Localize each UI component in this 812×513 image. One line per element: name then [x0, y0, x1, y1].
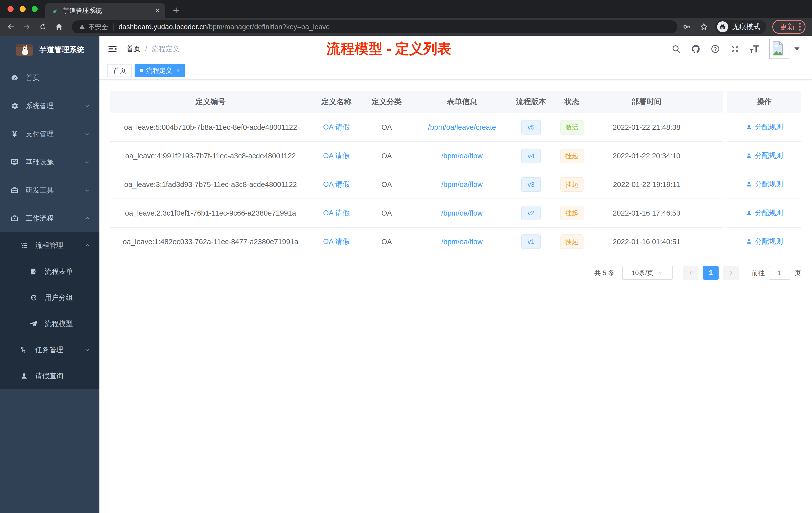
- col-definition-name: 定义名称: [311, 91, 361, 113]
- table-header-row: 定义编号 定义名称 定义分类 表单信息 流程版本 状态 部署时间 操作: [110, 91, 801, 113]
- definition-name-link[interactable]: OA 请假: [323, 237, 350, 245]
- hamburger-icon[interactable]: [108, 44, 117, 54]
- breadcrumb-home[interactable]: 首页: [126, 44, 141, 54]
- user-icon: [746, 152, 753, 159]
- sidebar-item-infra[interactable]: 基础设施: [0, 148, 99, 176]
- password-key-icon[interactable]: [683, 23, 691, 31]
- tag-close-icon[interactable]: ×: [176, 67, 180, 74]
- forward-icon[interactable]: [23, 23, 31, 31]
- sidebar-item-label: 用户分组: [45, 293, 73, 302]
- fixed-column-gap: [723, 170, 727, 199]
- table-row: oa_leave:5:004b710b-7b8a-11ec-8ef0-acde4…: [110, 113, 801, 142]
- sidebar-item-user-group[interactable]: 用户分组: [0, 284, 99, 311]
- select-caret-down-icon: [658, 270, 664, 276]
- avatar[interactable]: [769, 39, 789, 59]
- assign-rule-button[interactable]: 分配规则: [746, 179, 783, 189]
- tab-close-icon[interactable]: ×: [155, 7, 160, 14]
- sidebar-item-label: 工作流程: [26, 214, 54, 223]
- definition-name-link[interactable]: OA 请假: [323, 209, 350, 217]
- sidebar-item-dev[interactable]: 研发工具: [0, 176, 99, 204]
- definition-name-link[interactable]: OA 请假: [323, 123, 350, 131]
- assign-rule-button[interactable]: 分配规则: [746, 237, 783, 246]
- definition-id: oa_leave:4:991f2193-7b7f-11ec-a3c8-acde4…: [110, 142, 311, 170]
- table-row: oa_leave:1:482ec033-762a-11ec-8477-a2380…: [110, 228, 801, 256]
- zoom-window-button[interactable]: [32, 6, 38, 12]
- sidebar-item-process-mgmt[interactable]: 流程管理: [0, 233, 99, 259]
- assign-rule-button[interactable]: 分配规则: [746, 151, 783, 160]
- form-link[interactable]: /bpm/oa/flow: [441, 152, 483, 160]
- chevron-down-icon: [84, 102, 91, 110]
- close-window-button[interactable]: [7, 6, 13, 12]
- tree-table-icon: [20, 241, 29, 250]
- col-process-version: 流程版本: [512, 91, 550, 113]
- gear-icon: [10, 101, 19, 111]
- page-size-select[interactable]: 10条/页: [622, 266, 673, 280]
- sidebar-menu: 首页 系统管理 ¥ 支付管理: [0, 64, 99, 389]
- sidebar-item-pay[interactable]: ¥ 支付管理: [0, 120, 99, 148]
- form-link[interactable]: /bpm/oa/leave/create: [428, 123, 496, 131]
- sidebar-item-home[interactable]: 首页: [0, 64, 99, 92]
- deploy-time: 2022-01-22 19:19:11: [594, 170, 699, 199]
- col-definition-category: 定义分类: [361, 91, 412, 113]
- definition-name-link[interactable]: OA 请假: [323, 180, 350, 188]
- app-shell: 芋道管理系统 首页: [0, 36, 812, 513]
- fullscreen-icon[interactable]: [730, 44, 740, 54]
- definition-category: OA: [361, 142, 412, 170]
- prev-page-button[interactable]: [683, 266, 698, 280]
- goto-page-input[interactable]: 1: [769, 266, 790, 280]
- briefcase-icon: [10, 214, 19, 223]
- help-icon[interactable]: ?: [710, 44, 720, 54]
- github-icon[interactable]: [691, 44, 700, 54]
- back-icon[interactable]: [6, 23, 15, 31]
- avatar-caret-down-icon[interactable]: [794, 48, 800, 51]
- definition-name-link[interactable]: OA 请假: [323, 152, 350, 160]
- browser-toolbar: 不安全 dashboard.yudao.iocoder.cn /bpm/mana…: [0, 18, 812, 36]
- search-icon[interactable]: [671, 44, 681, 54]
- user-icon: [746, 123, 753, 130]
- next-page-button[interactable]: [723, 266, 739, 280]
- definition-id: oa_leave:2:3c1f0ef1-76b1-11ec-9c66-a2380…: [110, 199, 311, 228]
- tag-process-definition[interactable]: 流程定义 ×: [135, 64, 185, 77]
- form-link[interactable]: /bpm/oa/flow: [441, 180, 483, 188]
- browser-tab[interactable]: 芋道管理系统 ×: [45, 3, 165, 18]
- assign-rule-button[interactable]: 分配规则: [746, 208, 783, 218]
- assign-rule-button[interactable]: 分配规则: [746, 122, 783, 132]
- update-label: 更新: [780, 22, 795, 32]
- new-tab-button[interactable]: +: [173, 4, 179, 16]
- reload-icon[interactable]: [39, 23, 47, 31]
- fixed-column-gap: [723, 199, 727, 228]
- sidebar-item-process-form[interactable]: 流程表单: [0, 259, 99, 284]
- sidebar-item-label: 流程管理: [35, 241, 63, 250]
- fixed-column-gap: [723, 91, 727, 113]
- minimize-window-button[interactable]: [20, 6, 26, 12]
- user-icon: [746, 209, 753, 216]
- sidebar-logo[interactable]: 芋道管理系统: [0, 36, 99, 64]
- version-badge: v4: [521, 149, 541, 163]
- bookmark-star-icon[interactable]: [699, 23, 708, 31]
- status-badge: 挂起: [560, 234, 583, 249]
- definition-id: oa_leave:5:004b710b-7b8a-11ec-8ef0-acde4…: [110, 113, 311, 142]
- browser-update-button[interactable]: 更新: [772, 20, 806, 34]
- breadcrumb-current: 流程定义: [152, 44, 180, 54]
- sidebar-item-label: 支付管理: [26, 129, 54, 139]
- home-icon[interactable]: [55, 23, 63, 31]
- sidebar-item-system[interactable]: 系统管理: [0, 92, 99, 120]
- col-actions: 操作: [727, 91, 801, 113]
- sidebar-item-workflow[interactable]: 工作流程: [0, 204, 99, 233]
- font-size-icon[interactable]: TT: [750, 44, 759, 54]
- current-page-button[interactable]: 1: [703, 266, 719, 280]
- address-bar[interactable]: 不安全 dashboard.yudao.iocoder.cn /bpm/mana…: [72, 20, 677, 33]
- breadcrumb: 首页 / 流程定义: [126, 44, 180, 54]
- tag-home[interactable]: 首页: [108, 64, 132, 77]
- sidebar-item-process-model[interactable]: 流程模型: [0, 311, 99, 337]
- form-link[interactable]: /bpm/oa/flow: [441, 238, 483, 246]
- fixed-column-gap: [723, 228, 727, 256]
- chevron-down-icon: [84, 346, 91, 353]
- form-link[interactable]: /bpm/oa/flow: [441, 209, 483, 217]
- definition-category: OA: [361, 228, 412, 256]
- browser-menu-kebab-icon[interactable]: [799, 23, 801, 31]
- user-group-icon: [29, 293, 38, 302]
- sidebar-item-leave-query[interactable]: 请假查询: [0, 363, 99, 389]
- col-definition-id: 定义编号: [110, 91, 311, 113]
- sidebar-item-task-mgmt[interactable]: 任务管理: [0, 337, 99, 363]
